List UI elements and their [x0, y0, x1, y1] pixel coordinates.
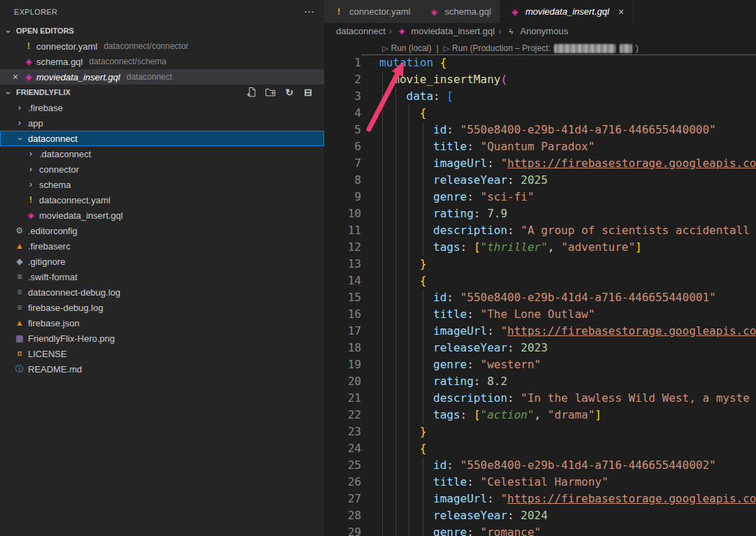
- tree-item-firebase-debug.log[interactable]: ≡firebase-debug.log: [0, 300, 324, 315]
- tree-item-.firebase[interactable]: ›.firebase: [0, 100, 324, 115]
- run-production-link[interactable]: ▷ Run (Production – Project: ): [444, 42, 639, 55]
- code-line-content[interactable]: description: "In the lawless Wild West, …: [361, 390, 756, 407]
- workspace-header[interactable]: › FRIENDLYFLIX ↻⊟: [0, 85, 324, 100]
- code-line-content[interactable]: }: [361, 423, 756, 440]
- code-area[interactable]: 1mutation {2 movie_insertMany(3 data: [4…: [324, 55, 756, 536]
- code-token: [379, 106, 420, 119]
- code-line-content[interactable]: tags: ["action", "drama"]: [361, 407, 756, 423]
- code-line-content[interactable]: releaseYear: 2024: [361, 507, 756, 524]
- breadcrumb-label: moviedata_insert.gql: [411, 26, 495, 36]
- tree-item-schema[interactable]: ›schema: [0, 177, 324, 192]
- code-line-content[interactable]: title: "Celestial Harmony": [361, 474, 756, 491]
- yaml-icon: !: [333, 7, 345, 17]
- code-line-content[interactable]: {: [361, 273, 756, 289]
- url-link: https://firebasestorage.googleapis.co: [507, 157, 756, 170]
- open-editor-item[interactable]: ◈schema.gqldataconnect/schema: [0, 54, 324, 69]
- code-line-11: 11 description: "A group of scientists a…: [324, 222, 756, 239]
- redacted-project-name: [554, 44, 616, 53]
- code-token: [514, 391, 521, 405]
- code-token: [494, 157, 501, 170]
- tree-item-.editorconfig[interactable]: ⚙.editorconfig: [0, 223, 324, 238]
- code-line-content[interactable]: }: [361, 256, 756, 273]
- tab-moviedata_insert.gql[interactable]: ◈moviedata_insert.gql×: [500, 0, 633, 23]
- code-line-content[interactable]: imageUrl: "https://firebasestorage.googl…: [361, 323, 756, 340]
- line-number: 11: [324, 222, 361, 239]
- tree-item-dataconnect[interactable]: ›dataconnect: [0, 131, 324, 146]
- open-editor-path: dataconnect/connector: [103, 41, 188, 51]
- tree-item-label: schema: [39, 180, 71, 190]
- tree-item-LICENSE[interactable]: ¤LICENSE: [0, 346, 324, 361]
- code-token: [467, 408, 474, 421]
- tab-schema.gql[interactable]: ◈schema.gql: [419, 0, 500, 23]
- line-number: 20: [324, 373, 361, 390]
- code-line-content[interactable]: {: [361, 440, 756, 457]
- code-line-content[interactable]: id: "550e8400-e29b-41d4-a716-44665544000…: [361, 122, 756, 138]
- run-icon: ▷: [382, 42, 388, 55]
- code-line-content[interactable]: title: "Quantum Paradox": [361, 138, 756, 155]
- tree-item-FriendlyFlix-Hero.png[interactable]: ▦FriendlyFlix-Hero.png: [0, 331, 324, 346]
- code-line-content[interactable]: rating: 7.9: [361, 205, 756, 222]
- tab-label: connector.yaml: [349, 6, 410, 17]
- new-folder-button[interactable]: [264, 86, 277, 99]
- breadcrumb-item-Anonymous[interactable]: ϟAnonymous: [505, 26, 569, 36]
- code-line-content[interactable]: tags: ["thriller", "adventure"]: [361, 239, 756, 256]
- close-tab-icon[interactable]: ×: [618, 6, 624, 17]
- tree-item-.firebaserc[interactable]: ▲.firebaserc: [0, 238, 324, 254]
- run-local-link[interactable]: ▷ Run (local): [382, 42, 432, 55]
- more-actions-icon[interactable]: ⋯: [304, 6, 314, 18]
- tree-item-moviedata_insert.gql[interactable]: ◈moviedata_insert.gql: [0, 208, 324, 223]
- collapse-all-button[interactable]: ⊟: [302, 86, 314, 99]
- tree-item-.gitignore[interactable]: ◆.gitignore: [0, 254, 324, 269]
- tree-item-firebase.json[interactable]: ▲firebase.json: [0, 315, 324, 331]
- code-line-content[interactable]: {: [361, 105, 756, 122]
- code-line-content[interactable]: imageUrl: "https://firebasestorage.googl…: [361, 491, 756, 507]
- code-token: [514, 341, 521, 354]
- tab-connector.yaml[interactable]: !connector.yaml: [324, 0, 419, 23]
- code-line-content[interactable]: rating: 8.2: [361, 373, 756, 390]
- code-line-content[interactable]: mutation {: [361, 55, 756, 71]
- tree-item-.swift-format[interactable]: ≡.swift-format: [0, 269, 324, 284]
- line-number: 26: [324, 474, 361, 491]
- code-line-content[interactable]: title: "The Lone Outlaw": [361, 306, 756, 323]
- code-line-content[interactable]: movie_insertMany(: [361, 71, 756, 88]
- code-line-content[interactable]: genre: "sci-fi": [361, 189, 756, 205]
- new-file-button[interactable]: [245, 86, 258, 99]
- breadcrumb-item-dataconnect[interactable]: dataconnect: [336, 26, 386, 36]
- tree-item-dataconnect.yaml[interactable]: !dataconnect.yaml: [0, 192, 324, 208]
- open-editors-header[interactable]: › OPEN EDITORS: [0, 23, 324, 38]
- code-line-content[interactable]: id: "550e8400-e29b-41d4-a716-44665544000…: [361, 289, 756, 306]
- code-token: [379, 89, 407, 103]
- code-token: [474, 307, 481, 321]
- code-line-content[interactable]: releaseYear: 2023: [361, 340, 756, 356]
- tree-item-label: .firebase: [28, 103, 63, 113]
- code-token: "Celestial Harmony": [481, 475, 609, 488]
- redacted-project-id: [620, 44, 632, 53]
- refresh-button[interactable]: ↻: [283, 86, 296, 99]
- code-line-content[interactable]: imageUrl: "https://firebasestorage.googl…: [361, 155, 756, 172]
- open-editor-item[interactable]: !connector.yamldataconnect/connector: [0, 38, 324, 54]
- tree-item-.dataconnect[interactable]: ›.dataconnect: [0, 146, 324, 161]
- tree-item-dataconnect-debug.log[interactable]: ≡dataconnect-debug.log: [0, 284, 324, 300]
- tree-item-connector[interactable]: ›connector: [0, 161, 324, 177]
- open-editor-path: dataconnect/schema: [89, 57, 166, 66]
- code-line-content[interactable]: data: [: [361, 88, 756, 105]
- log-icon: ≡: [14, 287, 25, 297]
- code-token: movie_insertMany: [393, 73, 500, 86]
- breadcrumb-item-moviedata_insert.gql[interactable]: ◈moviedata_insert.gql: [395, 26, 495, 36]
- code-line-content[interactable]: releaseYear: 2025: [361, 172, 756, 189]
- open-editors-list: !connector.yamldataconnect/connector◈sch…: [0, 38, 324, 85]
- code-token: [379, 408, 433, 421]
- line-number: 5: [324, 122, 361, 138]
- code-token: [379, 240, 433, 254]
- code-line-content[interactable]: description: "A group of scientists acci…: [361, 222, 756, 239]
- line-number: 3: [324, 88, 361, 105]
- url-link: https://firebasestorage.googleapis.co: [507, 324, 756, 338]
- code-line-content[interactable]: genre: "western": [361, 356, 756, 373]
- code-line-content[interactable]: id: "550e8400-e29b-41d4-a716-44665544000…: [361, 457, 756, 474]
- close-editor-icon[interactable]: ×: [8, 71, 22, 82]
- code-token: [379, 458, 433, 472]
- tree-item-app[interactable]: ›app: [0, 115, 324, 131]
- code-line-content[interactable]: genre: "romance": [361, 524, 756, 536]
- tree-item-README.md[interactable]: ⓘREADME.md: [0, 361, 324, 377]
- open-editor-item[interactable]: ×◈moviedata_insert.gqldataconnect: [0, 69, 324, 85]
